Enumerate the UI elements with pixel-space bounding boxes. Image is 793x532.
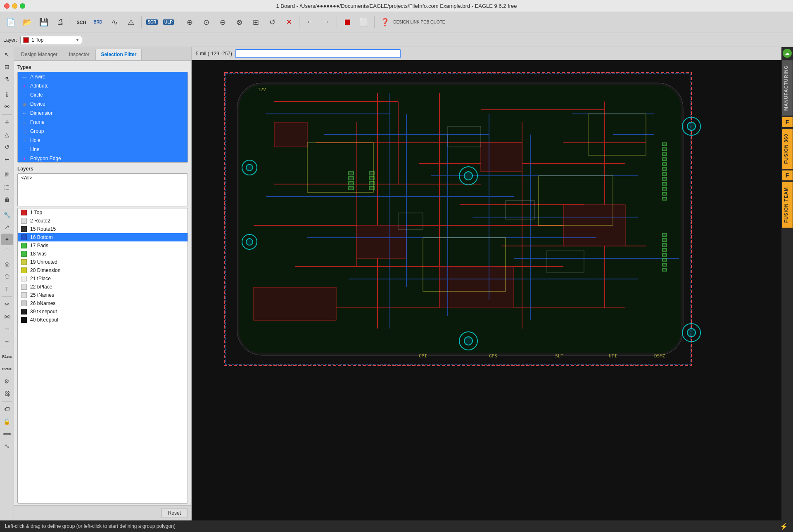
drc-button[interactable]: ⚠ xyxy=(123,15,138,30)
route-tool[interactable]: ↗ xyxy=(1,221,13,233)
zoom-out-button[interactable]: ⊖ xyxy=(215,15,230,30)
print-button[interactable]: 🖨 xyxy=(53,15,68,30)
type-item-group[interactable]: ▢Group xyxy=(18,127,188,136)
text-tool[interactable]: T xyxy=(1,283,13,295)
refresh-button[interactable]: ↺ xyxy=(265,15,280,30)
sch-button[interactable]: SCH xyxy=(74,15,89,30)
type-item-dimension[interactable]: ↔Dimension xyxy=(18,109,188,118)
rotate-tool[interactable]: ↺ xyxy=(1,141,13,153)
type-item-line[interactable]: —Line xyxy=(18,145,188,154)
layer-item-18[interactable]: 18 Vias xyxy=(18,250,188,258)
type-item-circle[interactable]: ○Circle xyxy=(18,90,188,99)
circle-tool[interactable]: ◎ xyxy=(1,258,13,270)
fusion360-tab[interactable]: FUSION 360 xyxy=(782,129,793,169)
grid-tool[interactable]: ⊞ xyxy=(1,61,13,73)
eye-tool[interactable]: 👁 xyxy=(1,101,13,113)
zoom-fit-button[interactable]: ⊙ xyxy=(199,15,214,30)
layer-item-25[interactable]: 25 tNames xyxy=(18,291,188,299)
types-list[interactable]: —Airwire♦Attribute○Circle▣Device↔Dimensi… xyxy=(17,72,188,163)
new-button[interactable]: 📄 xyxy=(3,15,18,30)
paste-tool[interactable]: ⬚ xyxy=(1,181,13,193)
layers-list-top[interactable]: <All> xyxy=(17,173,188,206)
fusion-team-icon[interactable]: F xyxy=(782,170,793,180)
gear-tool[interactable]: ⚙ xyxy=(1,376,13,387)
type-item-airwire[interactable]: —Airwire xyxy=(18,72,188,81)
properties-tool[interactable]: 🔧 xyxy=(1,209,13,220)
scr-button[interactable]: SCR xyxy=(145,15,159,30)
redo-button[interactable]: → xyxy=(319,15,334,30)
tool-sep-5 xyxy=(2,296,12,297)
select-tool[interactable]: ↖ xyxy=(1,49,13,60)
pcb-quote-button[interactable]: PCB QUOTE xyxy=(420,15,445,30)
layer-item-21[interactable]: 21 tPlace xyxy=(18,274,188,283)
fusion360-icon[interactable]: F xyxy=(782,117,793,127)
manufacturing-tab[interactable]: MANUFACTURING xyxy=(782,60,793,116)
join-tool[interactable]: ⋈ xyxy=(1,311,13,322)
layer-item-1[interactable]: 1 Top xyxy=(18,208,188,217)
board-button[interactable]: BRD xyxy=(90,15,105,30)
move-tool[interactable]: ✛ xyxy=(1,116,13,128)
save-button[interactable]: 💾 xyxy=(36,15,51,30)
type-item-polygon-edge[interactable]: ♦Polygon Edge xyxy=(18,154,188,163)
undo-button[interactable]: ← xyxy=(302,15,317,30)
minimize-button[interactable] xyxy=(12,3,17,9)
lock-tool[interactable]: 🔒 xyxy=(1,416,13,427)
arc-tool[interactable]: ⌒ xyxy=(1,246,13,258)
filter-tool[interactable]: ⚗ xyxy=(1,73,13,85)
polygon-tool[interactable]: ⬡ xyxy=(1,271,13,282)
tab-inspector[interactable]: Inspector xyxy=(64,49,95,60)
canvas-view[interactable]: 12V GPI GPS SLT UTI DSMZ xyxy=(192,60,781,520)
layer-item-2[interactable]: 2 Route2 xyxy=(18,217,188,225)
ulp-button[interactable]: ULP xyxy=(161,15,176,30)
cut-tool[interactable]: ✂ xyxy=(1,298,13,310)
stop-button[interactable]: ⏹ xyxy=(340,15,355,30)
layer-item-15[interactable]: 15 Route15 xyxy=(18,225,188,233)
layer-selector[interactable]: 1 Top ▼ xyxy=(20,36,82,44)
layer-all-item[interactable]: <All> xyxy=(18,174,188,182)
r1-tool[interactable]: R110k xyxy=(1,351,13,362)
type-item-frame[interactable]: □Frame xyxy=(18,118,188,127)
bus-tool[interactable]: ⊣ xyxy=(1,323,13,335)
info-tool[interactable]: ℹ xyxy=(1,89,13,100)
layer-item-39[interactable]: 39 tKeepout xyxy=(18,307,188,316)
design-link-button[interactable]: DESIGN LINK xyxy=(394,15,419,30)
pause-button[interactable]: ⬜ xyxy=(356,15,371,30)
canvas-search-input[interactable] xyxy=(235,49,401,58)
layer-item-16[interactable]: 16 Bottom xyxy=(18,233,188,241)
fullscreen-button[interactable] xyxy=(20,3,25,9)
snap-tool[interactable]: ✦ xyxy=(1,234,13,245)
expand-icon[interactable]: ⤡ xyxy=(1,440,13,452)
layer-item-26[interactable]: 26 bNames xyxy=(18,299,188,307)
layer-label-20: 20 Dimension xyxy=(30,267,60,273)
tag-tool[interactable]: 🏷 xyxy=(1,403,13,415)
zoom-custom-button[interactable]: ⊗ xyxy=(232,15,247,30)
arrow-tool[interactable]: → xyxy=(1,336,13,347)
mirror-tool[interactable]: ⊢ xyxy=(1,154,13,165)
type-item-attribute[interactable]: ♦Attribute xyxy=(18,81,188,90)
open-button[interactable]: 📂 xyxy=(20,15,35,30)
route-button[interactable]: ∿ xyxy=(107,15,122,30)
ratsnest-button[interactable]: ✕ xyxy=(281,15,296,30)
layer-item-19[interactable]: 19 Unrouted xyxy=(18,258,188,266)
reset-button[interactable]: Reset xyxy=(161,508,188,518)
layer-item-17[interactable]: 17 Pads xyxy=(18,241,188,250)
arrows-tool[interactable]: ⟺ xyxy=(1,428,13,440)
layer-item-40[interactable]: 40 bKeepout xyxy=(18,316,188,324)
delete-tool[interactable]: 🗑 xyxy=(1,194,13,205)
zoom-in-button[interactable]: ⊕ xyxy=(182,15,197,30)
layer-item-22[interactable]: 22 bPlace xyxy=(18,283,188,291)
tab-selection-filter[interactable]: Selection Filter xyxy=(95,49,142,60)
type-item-device[interactable]: ▣Device xyxy=(18,99,188,109)
fusion-team-tab[interactable]: FUSION TEAM xyxy=(782,182,793,228)
r2-tool[interactable]: R210k xyxy=(1,363,13,375)
layers-list[interactable]: 1 Top2 Route215 Route1516 Bottom17 Pads1… xyxy=(17,208,188,504)
close-button[interactable] xyxy=(4,3,9,9)
copy-tool[interactable]: ⎘ xyxy=(1,169,13,180)
zoom-plus-button[interactable]: ⊞ xyxy=(248,15,263,30)
triangle-tool[interactable]: △ xyxy=(1,129,13,140)
type-item-hole[interactable]: ○Hole xyxy=(18,136,188,145)
layer-item-20[interactable]: 20 Dimension xyxy=(18,266,188,274)
help-button[interactable]: ❓ xyxy=(378,15,392,30)
chain-tool[interactable]: ⛓ xyxy=(1,388,13,400)
tab-design-manager[interactable]: Design Manager xyxy=(16,49,63,60)
